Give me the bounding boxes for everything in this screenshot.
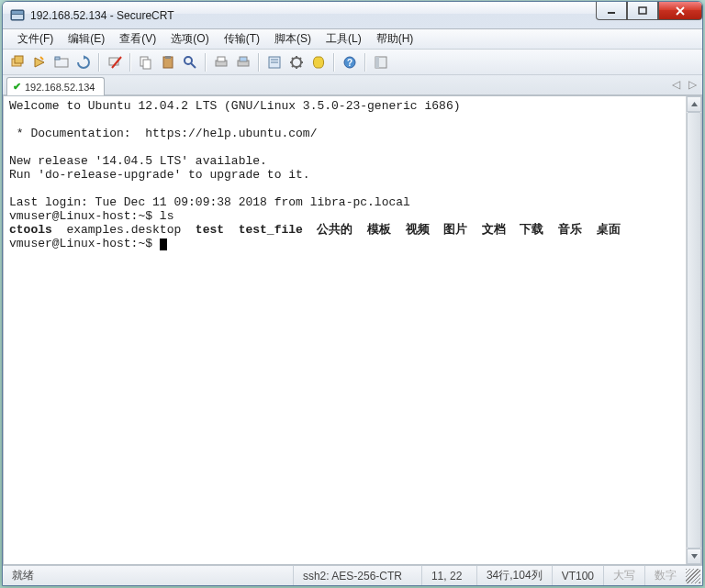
svg-rect-20 [218,57,225,61]
svg-line-18 [191,63,196,68]
terminal-line: Welcome to Ubuntu 12.04.2 LTS (GNU/Linux… [9,99,460,113]
print-button[interactable] [212,53,230,72]
session-tab-active[interactable]: ✔ 192.168.52.134 [6,77,105,95]
title-bar[interactable]: 192.168.52.134 - SecureCRT [3,2,702,29]
find-button[interactable] [181,53,199,72]
terminal-command: ls [160,209,174,223]
svg-rect-2 [12,15,23,19]
svg-rect-30 [375,57,379,68]
terminal-area: Welcome to Ubuntu 12.04.2 LTS (GNU/Linux… [3,95,702,565]
ls-entry: test test_file 公共的 模板 视频 图片 文档 下载 音乐 桌面 [196,223,621,237]
status-cipher: ssh2: AES-256-CTR [294,566,422,585]
ls-entry: examples.desktop [52,223,196,237]
toolbar-separator [364,53,366,72]
app-icon [10,8,25,23]
menu-help[interactable]: 帮助(H) [369,28,421,50]
menu-transfer[interactable]: 传输(T) [217,28,267,50]
svg-rect-8 [15,56,23,63]
menu-edit[interactable]: 编辑(E) [61,28,112,50]
toolbar-separator [98,53,100,72]
svg-point-17 [185,57,192,64]
menu-script[interactable]: 脚本(S) [267,28,319,50]
scroll-down-button[interactable] [687,549,701,564]
help-button[interactable]: ? [341,53,359,72]
tab-scroll-left-icon[interactable]: ◁ [669,78,682,91]
terminal-prompt: vmuser@Linux-host:~$ [9,209,160,223]
scrollbar-thumb[interactable] [687,112,701,549]
ls-entry: ctools [9,223,52,237]
window-title: 192.168.52.134 - SecureCRT [30,9,174,22]
status-ready: 就绪 [3,566,294,585]
session-tab-label: 192.168.52.134 [25,82,95,93]
resize-grip-icon[interactable] [686,569,700,583]
minimize-button[interactable] [596,2,627,20]
quick-connect-button[interactable] [30,53,49,72]
status-caps: 大写 [604,566,645,585]
menu-file[interactable]: 文件(F) [10,28,61,50]
print-screen-button[interactable] [234,53,252,72]
vertical-scrollbar[interactable] [686,96,701,564]
svg-rect-4 [639,7,646,14]
connect-button[interactable] [8,53,27,72]
tab-scroll-right-icon[interactable]: ▷ [686,78,699,91]
global-options-button[interactable] [287,53,306,72]
status-num: 数字 [645,566,686,585]
terminal[interactable]: Welcome to Ubuntu 12.04.2 LTS (GNU/Linux… [4,96,686,564]
app-window: 192.168.52.134 - SecureCRT 文件(F) 编辑(E) 查… [2,1,703,586]
toolbar-separator [258,53,260,72]
terminal-line: Run 'do-release-upgrade' to upgrade to i… [9,168,310,182]
connected-check-icon: ✔ [13,81,21,93]
session-options-button[interactable] [265,53,284,72]
disconnect-button[interactable] [106,53,124,72]
keymap-button[interactable] [309,53,328,72]
status-bar: 就绪 ssh2: AES-256-CTR 11, 22 34行,104列 VT1… [3,565,702,585]
terminal-prompt: vmuser@Linux-host:~$ [9,237,160,250]
svg-rect-1 [12,11,23,14]
toolbar-separator [205,53,207,72]
scroll-up-button[interactable] [687,96,701,112]
svg-text:?: ? [347,58,352,68]
cursor-icon [160,239,167,250]
menu-options[interactable]: 选项(O) [163,28,216,50]
menu-tools[interactable]: 工具(L) [319,28,369,50]
toolbar-separator [333,53,335,72]
menu-view[interactable]: 查看(V) [112,28,163,50]
copy-button[interactable] [137,53,155,72]
svg-rect-14 [143,60,151,69]
window-buttons [596,2,702,20]
svg-rect-16 [165,56,171,59]
menu-bar: 文件(F) 编辑(E) 查看(V) 选项(O) 传输(T) 脚本(S) 工具(L… [3,29,702,50]
svg-rect-22 [240,57,247,61]
paste-button[interactable] [159,53,177,72]
svg-rect-10 [55,57,60,60]
terminal-line: Last login: Tue Dec 11 09:09:38 2018 fro… [9,195,410,209]
status-size: 34行,104列 [477,566,553,585]
toolbar: ? [3,50,702,75]
reconnect-button[interactable] [74,53,93,72]
connect-tab-button[interactable] [52,53,71,72]
close-button[interactable] [658,2,702,20]
terminal-line: * Documentation: https://help.ubuntu.com… [9,127,317,140]
status-cursor-pos: 11, 22 [422,566,477,585]
status-term-type: VT100 [553,566,604,585]
terminal-line: New release '14.04.5 LTS' available. [9,154,267,168]
session-tab-bar: ✔ 192.168.52.134 ◁ ▷ [3,75,702,95]
toggle-session-manager-button[interactable] [372,53,390,72]
maximize-button[interactable] [627,2,658,20]
toolbar-separator [129,53,131,72]
